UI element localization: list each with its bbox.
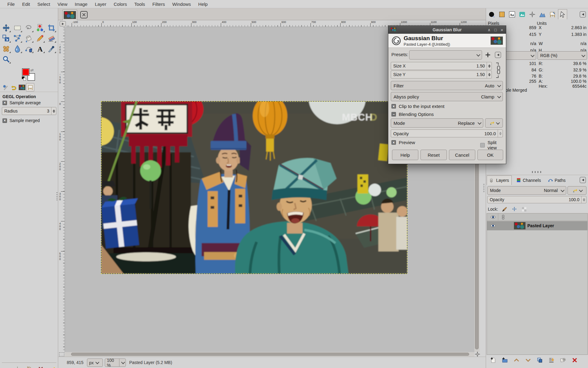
tab-sample-points[interactable] — [528, 9, 537, 19]
delete-layer-button[interactable] — [569, 355, 580, 365]
image-tab-empty[interactable] — [80, 11, 88, 18]
lower-layer-button[interactable] — [523, 355, 533, 365]
size-x-arrows[interactable] — [487, 62, 492, 70]
handle-transform-tool-icon[interactable] — [12, 33, 23, 43]
bucket-fill-tool-icon[interactable] — [24, 33, 34, 43]
maximize-icon[interactable]: □ — [493, 27, 498, 33]
clip-checkbox[interactable] — [391, 104, 396, 109]
clip-row[interactable]: Clip to the input extent — [391, 104, 444, 109]
lock-position-button[interactable] — [511, 206, 518, 213]
new-layer-group-button[interactable] — [499, 355, 510, 365]
blend-mode-reset-dropdown[interactable] — [485, 118, 503, 128]
tab-histogram[interactable] — [538, 9, 547, 19]
new-layer-button[interactable] — [488, 355, 498, 365]
add-preset-button[interactable] — [484, 50, 492, 59]
layer-opacity-spinbox[interactable]: Opacity 100.0 — [487, 196, 586, 203]
filter-dropdown[interactable]: Filter Auto — [391, 81, 503, 90]
tab-pointer[interactable] — [558, 9, 567, 19]
tab-tool-presets[interactable] — [548, 9, 557, 19]
layer-row-secondary[interactable] — [487, 213, 587, 221]
heal-tool-icon[interactable] — [1, 44, 11, 54]
menu-select[interactable]: Select — [34, 1, 54, 8]
rectangle-select-tool-icon[interactable] — [12, 23, 23, 33]
horizontal-scrollbar-thumb[interactable] — [71, 353, 469, 356]
text-tool-icon[interactable]: A — [35, 44, 45, 54]
foreground-color-swatch[interactable] — [22, 68, 29, 76]
size-link-chain-icon[interactable] — [496, 66, 501, 74]
move-tool-icon[interactable] — [1, 23, 11, 33]
zoom-dropdown-button[interactable] — [119, 358, 126, 367]
radius-spinner-arrows[interactable] — [51, 107, 56, 115]
menu-image[interactable]: Image — [71, 1, 91, 8]
blend-opacity-arrows[interactable] — [498, 130, 503, 137]
menu-edit[interactable]: Edit — [18, 1, 34, 8]
tab-brushes[interactable] — [487, 9, 496, 19]
navigation-preview-button[interactable] — [475, 351, 480, 357]
tab-tool-options[interactable] — [1, 83, 9, 91]
canvas-image[interactable]: MBCH D — [101, 102, 407, 274]
layer-mode-reset-dropdown[interactable] — [567, 186, 586, 195]
menu-tools[interactable]: Tools — [131, 1, 149, 8]
split-view-checkbox[interactable] — [480, 143, 485, 148]
save-tool-preset-button[interactable] — [13, 365, 21, 368]
preset-menu-button[interactable] — [495, 52, 501, 58]
image-tab-active[interactable] — [62, 10, 77, 20]
menu-colors[interactable]: Colors — [110, 1, 130, 8]
preview-checkbox[interactable] — [391, 140, 396, 145]
sample-average-row[interactable]: Sample average — [2, 100, 41, 105]
size-x-spinbox[interactable]: Size X 1.50 — [391, 62, 492, 70]
tab-channels[interactable]: Channels — [514, 175, 543, 185]
lock-alpha-button[interactable] — [521, 206, 527, 213]
zoom-tool-icon[interactable] — [1, 54, 11, 64]
free-select-tool-icon[interactable] — [24, 23, 34, 33]
layer-image[interactable]: MBCH D — [101, 102, 407, 274]
duplicate-layer-button[interactable] — [534, 355, 545, 365]
reset-button[interactable]: Reset — [420, 150, 447, 160]
layer-row-pasted-layer[interactable]: Pasted Layer — [487, 221, 587, 230]
help-button[interactable]: Help — [392, 150, 418, 160]
layer-visibility-icon[interactable] — [490, 224, 496, 228]
delete-tool-preset-button[interactable] — [37, 365, 45, 368]
zoom-entry[interactable]: 100 % — [105, 358, 119, 367]
dock-tab-menu-button[interactable] — [580, 11, 586, 17]
menu-layer[interactable]: Layer — [91, 1, 110, 8]
menu-view[interactable]: View — [54, 1, 71, 8]
merge-down-button[interactable] — [546, 355, 556, 365]
dialog-titlebar[interactable]: Gaussian Blur ∧ □ × — [388, 26, 506, 34]
reset-tool-options-button[interactable] — [48, 365, 56, 368]
minimize-icon[interactable]: ∧ — [486, 27, 492, 33]
tab-device-status[interactable] — [26, 83, 34, 91]
pencil-tool-icon[interactable] — [35, 33, 45, 43]
blend-mode-dropdown[interactable]: Mode Replace — [391, 118, 483, 128]
radius-spinbox[interactable]: Radius 3 — [2, 107, 56, 115]
sample-average-checkbox[interactable] — [2, 101, 7, 105]
raise-layer-button[interactable] — [511, 355, 522, 365]
ruler-vertical[interactable]: -200-1000100200300400500 — [58, 27, 65, 352]
lock-pixels-button[interactable] — [501, 206, 508, 213]
cancel-button[interactable]: Cancel — [449, 150, 475, 160]
close-icon[interactable]: × — [499, 27, 505, 33]
scale-tool-icon[interactable] — [1, 33, 11, 43]
crop-tool-icon[interactable] — [46, 23, 57, 33]
tab-image-thumbnail[interactable] — [18, 83, 26, 91]
ok-button[interactable]: OK — [477, 150, 503, 160]
quick-mask-toggle[interactable] — [59, 352, 64, 356]
sample-merged-checkbox[interactable] — [2, 118, 7, 123]
tab-layers[interactable]: Layers — [487, 175, 512, 185]
abyss-policy-dropdown[interactable]: Abyss policy Clamp — [391, 92, 503, 101]
menu-file[interactable]: File — [4, 1, 18, 8]
sample-merged-row[interactable]: Sample merged — [2, 118, 40, 123]
layer-thumbnail[interactable] — [514, 222, 526, 229]
pointer-format-dropdown-right[interactable]: RGB (%) — [537, 51, 587, 60]
size-y-arrows[interactable] — [487, 71, 492, 78]
tab-paths[interactable]: Paths — [545, 175, 568, 185]
add-mask-button[interactable] — [558, 355, 568, 365]
blending-options-expander[interactable]: Blending Options — [391, 112, 434, 117]
visibility-icon[interactable] — [490, 215, 496, 219]
select-by-color-tool-icon[interactable] — [35, 23, 45, 33]
presets-dropdown[interactable] — [409, 50, 482, 59]
dock-splitter-handle[interactable] — [532, 171, 542, 173]
color-picker-tool-icon[interactable] — [46, 44, 57, 54]
tab-undo-history[interactable] — [9, 83, 18, 91]
paths-tool-icon[interactable] — [24, 44, 34, 54]
